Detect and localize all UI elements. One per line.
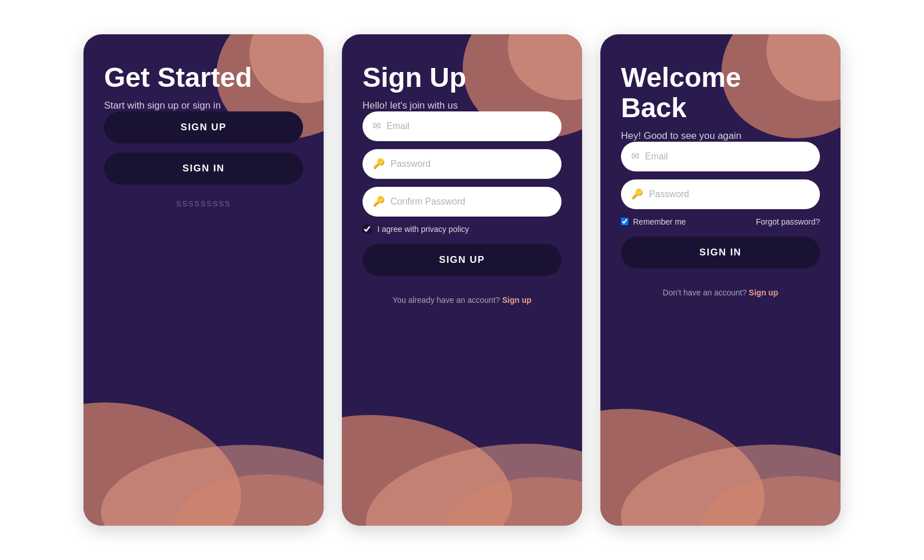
signin-email-input[interactable] <box>645 151 810 162</box>
confirm-password-input-group: 🔑 <box>363 187 561 217</box>
signin-email-icon: ✉ <box>631 150 639 162</box>
welcome-back-title: Welcome Back <box>621 63 820 123</box>
privacy-policy-row: I agree with privacy policy <box>363 225 561 234</box>
get-started-signin-button[interactable]: SIGN IN <box>104 153 303 185</box>
remember-me-label: Remember me <box>633 217 686 226</box>
email-input[interactable] <box>387 121 551 131</box>
password-icon: 🔑 <box>373 158 385 170</box>
password-input[interactable] <box>391 159 551 169</box>
password-input-group: 🔑 <box>363 149 561 179</box>
get-started-signup-button[interactable]: SIGN UP <box>104 111 303 143</box>
watermark: SSSSSSSSS <box>104 199 303 208</box>
svg-point-8 <box>357 428 582 526</box>
signin-password-icon: 🔑 <box>631 188 643 200</box>
remember-me-checkbox[interactable] <box>621 218 628 225</box>
confirm-password-icon: 🔑 <box>373 195 385 207</box>
signup-button[interactable]: SIGN UP <box>363 244 561 276</box>
sign-up-card: Sign Up Hello! let's join with us ✉ 🔑 🔑 … <box>342 34 582 526</box>
welcome-back-card: Welcome Back Hey! Good to see you again … <box>600 34 841 526</box>
signup-subtitle: Hello! let's join with us <box>363 100 561 111</box>
signup-footer-link[interactable]: Sign up <box>502 295 531 305</box>
signup-footer-text: You already have an account? <box>392 295 500 305</box>
get-started-title: Get Started <box>104 63 303 93</box>
svg-point-2 <box>83 379 259 526</box>
svg-point-4 <box>175 474 324 526</box>
signin-footer-link[interactable]: Sign up <box>749 288 778 297</box>
svg-point-12 <box>600 389 779 526</box>
signin-email-input-group: ✉ <box>621 142 820 171</box>
signin-password-input-group: 🔑 <box>621 179 820 209</box>
signin-footer-text: Don't have an account? <box>663 288 747 297</box>
get-started-subtitle: Start with sign up or sign in <box>104 100 303 111</box>
remember-row: Remember me Forgot password? <box>621 217 820 226</box>
svg-point-7 <box>342 397 524 526</box>
svg-point-13 <box>615 433 841 526</box>
signin-button[interactable]: SIGN IN <box>621 237 820 269</box>
svg-point-9 <box>445 477 582 526</box>
get-started-card: Get Started Start with sign up or sign i… <box>83 34 324 526</box>
signin-footer: Don't have an account? Sign up <box>621 288 820 297</box>
email-icon: ✉ <box>373 120 381 132</box>
email-input-group: ✉ <box>363 111 561 141</box>
privacy-policy-label: I agree with privacy policy <box>377 225 469 234</box>
svg-point-14 <box>700 476 841 526</box>
welcome-back-subtitle: Hey! Good to see you again <box>621 130 820 142</box>
svg-point-3 <box>96 435 324 526</box>
signin-password-input[interactable] <box>649 189 810 199</box>
signup-footer: You already have an account? Sign up <box>363 295 561 305</box>
forgot-password-link[interactable]: Forgot password? <box>756 217 820 226</box>
signup-title: Sign Up <box>363 63 561 93</box>
privacy-policy-checkbox[interactable] <box>363 225 372 234</box>
remember-left: Remember me <box>621 217 686 226</box>
confirm-password-input[interactable] <box>391 197 551 207</box>
